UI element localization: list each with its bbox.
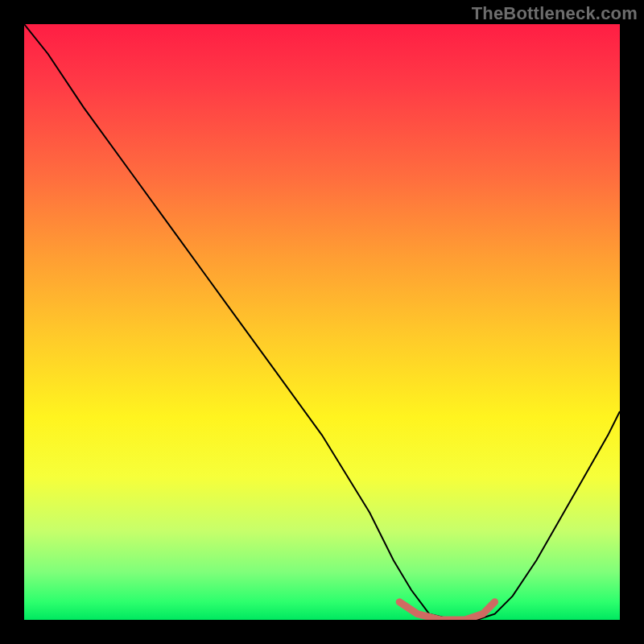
watermark-text: TheBottleneck.com (472, 3, 638, 24)
bottleneck-curve (24, 24, 620, 620)
chart-frame: TheBottleneck.com (0, 0, 644, 644)
chart-svg (24, 24, 620, 620)
sweet-spot-band (399, 602, 494, 620)
plot-area (24, 24, 620, 620)
